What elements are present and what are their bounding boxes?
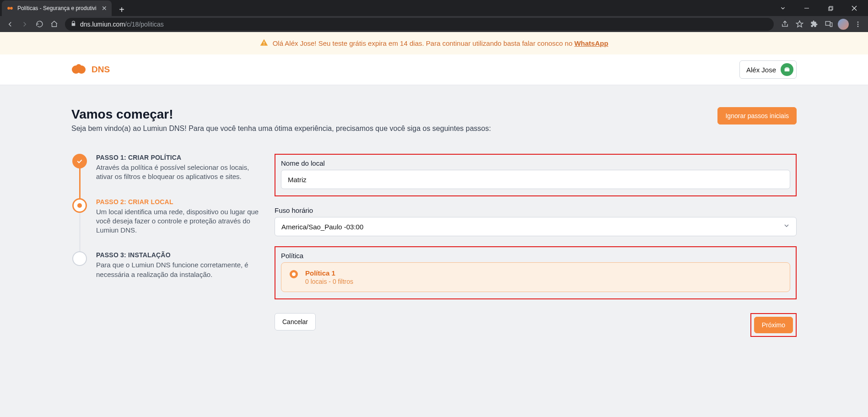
- local-name-label: Nome do local: [281, 159, 790, 167]
- stepper: PASSO 1: CRIAR POLÍTICA Através da polít…: [71, 154, 264, 337]
- user-menu[interactable]: Aléx Jose: [739, 60, 797, 79]
- svg-rect-14: [264, 44, 264, 45]
- svg-rect-3: [828, 7, 831, 10]
- step-desc: Através da política é possível seleciona…: [96, 163, 261, 182]
- devices-icon[interactable]: [822, 18, 835, 31]
- svg-point-1: [10, 7, 13, 10]
- favicon-icon: [6, 5, 14, 12]
- svg-point-11: [857, 23, 859, 25]
- address-bar[interactable]: dns.lumiun.com/c/18/politicas: [65, 18, 774, 31]
- skip-button[interactable]: Ignorar passos iniciais: [717, 107, 797, 125]
- app-header: DNS Aléx Jose: [0, 54, 868, 85]
- bookmark-icon[interactable]: [793, 18, 806, 31]
- page-viewport: Olá Aléx Jose! Seu teste grátis expira e…: [0, 32, 868, 417]
- menu-icon[interactable]: [852, 18, 864, 31]
- trial-banner: Olá Aléx Jose! Seu teste grátis expira e…: [0, 32, 868, 54]
- svg-rect-9: [830, 23, 832, 27]
- policy-option-sub: 0 locais - 0 filtros: [305, 278, 353, 285]
- step-title: PASSO 3: INSTALAÇÃO: [96, 251, 261, 259]
- step-marker-future: [72, 251, 87, 266]
- svg-rect-13: [264, 42, 264, 44]
- svg-rect-18: [785, 68, 790, 71]
- form-column: Nome do local Fuso horário Política: [275, 154, 797, 337]
- step-2: PASSO 2: CRIAR LOCAL Um local identifica…: [72, 198, 264, 252]
- step-desc: Para que o Lumiun DNS funcione corretame…: [96, 260, 261, 279]
- page-subtitle: Seja bem vindo(a) ao Lumiun DNS! Para qu…: [71, 125, 491, 133]
- forward-button[interactable]: [18, 18, 31, 31]
- next-button-highlight: Próximo: [750, 313, 797, 337]
- window-controls: [773, 0, 868, 16]
- policy-option[interactable]: Política 1 0 locais - 0 filtros: [281, 262, 790, 292]
- minimize-icon[interactable]: [797, 1, 817, 15]
- home-button[interactable]: [48, 18, 60, 31]
- reload-button[interactable]: [33, 18, 46, 31]
- main-content: Vamos começar! Seja bem vindo(a) ao Lumi…: [0, 85, 868, 355]
- timezone-block: Fuso horário: [275, 206, 797, 236]
- svg-point-10: [857, 22, 859, 23]
- svg-rect-4: [829, 6, 832, 9]
- extensions-icon[interactable]: [808, 18, 820, 31]
- step-marker-done: [72, 154, 87, 168]
- page-title: Vamos começar!: [71, 107, 491, 122]
- step-title: PASSO 2: CRIAR LOCAL: [96, 198, 261, 206]
- timezone-select[interactable]: [275, 217, 797, 236]
- step-marker-current: [72, 198, 87, 213]
- policy-label: Política: [281, 252, 790, 260]
- step-1: PASSO 1: CRIAR POLÍTICA Através da polít…: [72, 154, 264, 198]
- step-title: PASSO 1: CRIAR POLÍTICA: [96, 154, 261, 161]
- product-name: DNS: [92, 65, 110, 75]
- policy-block: Política Política 1 0 locais - 0 filtros: [275, 246, 797, 299]
- maximize-icon[interactable]: [820, 1, 841, 15]
- next-button[interactable]: Próximo: [754, 317, 793, 333]
- profile-avatar[interactable]: [837, 18, 850, 31]
- avatar-icon: [781, 63, 793, 76]
- logo-icon: [71, 64, 86, 76]
- chevron-down-icon[interactable]: [773, 1, 793, 15]
- browser-chrome: Políticas - Segurança e produtivi ✕ +: [0, 0, 868, 32]
- warning-icon: [260, 38, 268, 48]
- tab-bar: Políticas - Segurança e produtivi ✕ +: [0, 0, 868, 16]
- banner-text: Olá Aléx Jose! Seu teste grátis expira e…: [273, 39, 609, 47]
- close-icon[interactable]: ✕: [102, 5, 107, 11]
- svg-point-12: [857, 26, 859, 27]
- lock-icon: [70, 21, 76, 28]
- browser-toolbar: dns.lumiun.com/c/18/politicas: [0, 16, 868, 32]
- local-name-block: Nome do local: [275, 154, 797, 196]
- url-host: dns.lumiun.com: [80, 21, 125, 28]
- window-close-icon[interactable]: [844, 1, 864, 15]
- share-icon[interactable]: [778, 18, 791, 31]
- browser-tab[interactable]: Políticas - Segurança e produtivi ✕: [2, 0, 112, 16]
- svg-marker-7: [796, 21, 803, 27]
- url-path: /c/18/politicas: [125, 21, 164, 28]
- new-tab-button[interactable]: +: [115, 3, 128, 16]
- cancel-button[interactable]: Cancelar: [275, 313, 316, 330]
- tab-title: Políticas - Segurança e produtivi: [17, 5, 98, 11]
- timezone-label: Fuso horário: [275, 206, 797, 214]
- svg-rect-8: [825, 22, 830, 26]
- svg-point-17: [76, 64, 81, 70]
- svg-point-0: [7, 7, 10, 10]
- step-3: PASSO 3: INSTALAÇÃO Para que o Lumiun DN…: [72, 251, 264, 296]
- product-logo[interactable]: DNS: [71, 64, 110, 76]
- whatsapp-link[interactable]: WhatsApp: [574, 39, 608, 47]
- local-name-input[interactable]: [281, 170, 790, 189]
- step-desc: Um local identifica uma rede, dispositiv…: [96, 207, 261, 235]
- radio-selected-icon: [290, 270, 298, 278]
- policy-option-name: Política 1: [305, 269, 353, 277]
- user-name: Aléx Jose: [746, 66, 776, 74]
- back-button[interactable]: [4, 18, 16, 31]
